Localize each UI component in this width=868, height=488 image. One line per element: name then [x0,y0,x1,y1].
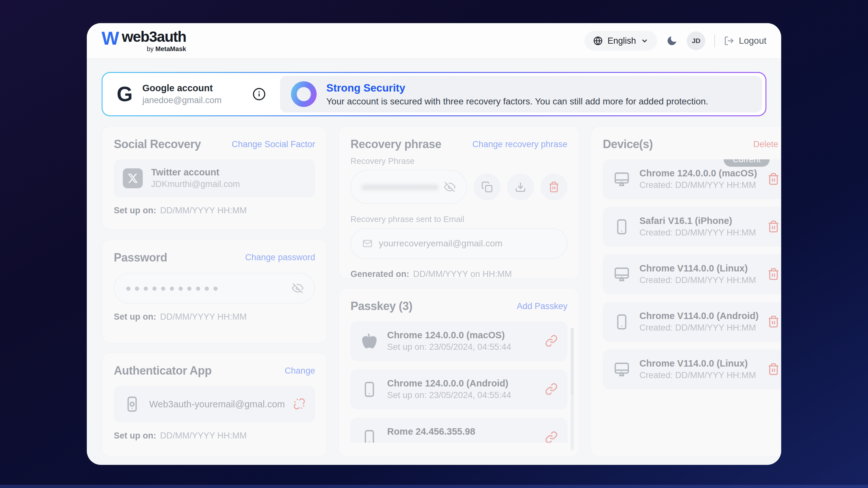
password-title: Password [114,251,167,264]
info-button[interactable] [252,87,266,101]
web3auth-logo-mark: W [101,29,118,47]
desktop-icon [613,266,630,283]
device-type-icon [613,360,631,379]
authenticator-row: Web3auth-youremail@gmal.com [114,386,315,422]
recovery-email-label: Recovery phrase sent to Email [350,214,567,224]
trash-icon [767,268,780,281]
x-twitter-icon [123,168,143,188]
device-type-icon [360,332,379,351]
passkey-link-button[interactable] [545,383,558,396]
device-name: Chrome V114.0.0 (Linux) [640,263,759,274]
smartphone-icon [123,395,141,413]
toggle-phrase-visibility-button[interactable] [444,181,456,193]
brand-name: web3auth [122,29,186,44]
device-row: Chrome V114.0.0 (Linux) Created: DD/MM/Y… [603,350,781,389]
password-field[interactable]: ●●●●●●●●●●● [114,273,315,303]
twitter-account-email: JDKmurthi@gmail.com [151,179,306,190]
delete-device-button[interactable] [767,315,780,329]
passkey-row: Chrome 124.0.0.0 (Android) Set up on: 23… [350,369,567,409]
passkey-name: Chrome 124.0.0.0 (macOS) [387,330,536,340]
google-logo: G [117,84,133,104]
unlink-authenticator-button[interactable] [293,398,305,411]
delete-device-button[interactable] [767,220,780,234]
add-passkey-link[interactable]: Add Passkey [517,301,567,311]
language-selector[interactable]: English [585,31,657,51]
delete-all-devices-link[interactable]: Delete all [753,139,781,150]
passkey-scrollbar[interactable] [570,328,574,450]
security-ring-icon [291,81,317,107]
passkey-title: Passkey (3) [350,299,412,313]
change-password-link[interactable]: Change password [245,253,315,262]
device-type-icon [613,170,631,189]
device-created-date: Created: DD/MM/YYY HH:MM [640,180,759,191]
page-background: W web3auth by MetaMask English [0,0,868,488]
delete-device-button[interactable] [767,172,780,186]
authenticator-account-label: Web3auth-youremail@gmal.com [149,399,285,410]
phrase-generated-date: Generated on: DD/MM/YYYY on HH:MM [350,269,567,279]
change-social-factor-link[interactable]: Change Social Factor [232,139,315,150]
recovery-phrase-card: Recovery phrase Change recovery phrase R… [338,126,580,279]
passkey-link-button[interactable] [545,334,558,348]
password-masked-value: ●●●●●●●●●●● [125,283,286,293]
device-type-icon [613,313,631,331]
delete-device-button[interactable] [767,363,780,377]
logout-icon [724,36,734,46]
change-authenticator-link[interactable]: Change [285,366,315,376]
social-recovery-title: Social Recovery [114,137,201,151]
password-card: Password Change password ●●●●●●●●●●● Set… [101,239,327,344]
passkey-name: Chrome 124.0.0.0 (Android) [387,378,536,389]
download-phrase-button[interactable] [507,173,534,200]
smartphone-icon [613,218,630,235]
twitter-account-row: Twitter account JDKmurthi@gmail.com [114,159,315,197]
copy-phrase-button[interactable] [473,173,500,200]
recovery-phrase-field[interactable]: ●●●●●●●●●●●●●● [350,170,467,204]
avatar[interactable]: JD [687,31,705,50]
recovery-email-value: yourrecoveryemail@gmail.com [379,238,502,249]
web3auth-logo: W web3auth by MetaMask [101,29,186,53]
device-created-date: Created: DD/MM/YYY HH:MM [640,275,759,286]
recovery-email-field[interactable]: yourrecoveryemail@gmail.com [350,228,567,259]
social-recovery-card: Social Recovery Change Social Factor Twi… [101,126,327,230]
eye-off-icon [292,282,304,294]
passkey-scrollbar-thumb[interactable] [570,328,574,395]
moon-icon [666,35,678,46]
desktop-icon [613,361,630,378]
security-strength-panel: Strong Security Your account is secured … [280,76,762,112]
copy-icon [481,181,493,193]
device-created-date: Created: DD/MM/YYY HH:MM [640,323,759,333]
change-recovery-phrase-link[interactable]: Change recovery phrase [472,139,567,150]
trash-icon [767,172,780,185]
social-setup-date: Set up on: DD/MM/YYYY HH:MM [114,206,315,216]
authenticator-app-card: Authenticator App Change Web3auth-yourem… [101,352,327,457]
device-type-icon [613,218,631,236]
download-icon [515,181,526,193]
smartphone-icon [361,429,378,443]
link-icon [545,334,558,347]
trash-icon [767,315,780,328]
connected-account: G Google account janedoe@gmail.com [102,73,280,115]
app-header: W web3auth by MetaMask English [87,23,781,59]
delete-phrase-button[interactable] [540,173,567,200]
device-row: Current Chrome 124.0.0.0 (macOS) Created… [603,159,781,199]
current-device-badge: Current [724,159,770,167]
delete-device-button[interactable] [767,268,780,282]
toggle-password-visibility-button[interactable] [292,282,304,294]
device-name: Chrome V114.0.0 (Android) [640,311,759,321]
unlink-icon [293,398,305,410]
recovery-phrase-title: Recovery phrase [350,137,441,151]
passkey-link-button[interactable] [545,431,558,443]
security-description: Your account is secured with three recov… [326,96,708,107]
device-name: Chrome V114.0.0 (Linux) [640,358,759,369]
dark-mode-toggle[interactable] [666,35,678,46]
passkey-setup-date: Set up on: 23/05/2024, 04:55:44 [387,390,536,401]
security-title: Strong Security [326,82,708,94]
apple-icon [361,332,378,350]
device-type-icon [360,380,379,399]
desktop-icon [613,171,630,188]
logout-button[interactable]: Logout [724,36,767,46]
factor-cards-grid: Social Recovery Change Social Factor Twi… [101,126,767,457]
passkey-setup-date: Set up on: 23/05/2024, 04:55:44 [387,342,536,352]
device-row: Chrome V114.0.0 (Android) Created: DD/MM… [603,302,781,342]
device-list: Current Chrome 124.0.0.0 (macOS) Created… [603,159,781,389]
header-divider [714,34,715,47]
